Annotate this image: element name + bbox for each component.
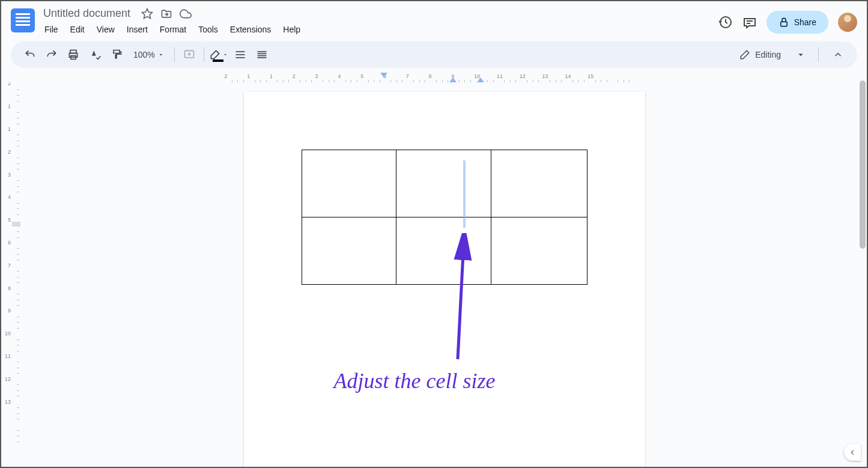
chevron-down-icon: [795, 49, 806, 60]
separator: [818, 47, 819, 62]
table-cell[interactable]: [396, 217, 491, 285]
mode-label: Editing: [755, 50, 781, 59]
scrollbar-thumb[interactable]: [860, 81, 866, 249]
table-cell[interactable]: [396, 150, 491, 217]
comments-icon[interactable]: [742, 15, 757, 29]
chevron-down-icon: [222, 52, 228, 58]
document-table[interactable]: [302, 150, 587, 285]
zoom-selector[interactable]: 100%: [129, 47, 169, 62]
share-button[interactable]: Share: [766, 11, 828, 34]
border-button-1[interactable]: [231, 45, 250, 64]
table-row[interactable]: [302, 150, 587, 217]
menu-edit[interactable]: Edit: [65, 22, 90, 37]
add-comment-button[interactable]: [180, 45, 199, 64]
svg-rect-9: [235, 54, 244, 55]
cloud-status-icon[interactable]: [180, 8, 192, 20]
svg-rect-11: [257, 51, 266, 52]
menu-bar: File Edit View Insert Format Tools Exten…: [40, 22, 718, 37]
menu-view[interactable]: View: [92, 22, 120, 37]
separator: [204, 47, 204, 62]
page[interactable]: Adjust the cell size: [244, 92, 645, 467]
chevron-down-icon: [157, 51, 165, 58]
editor-area: 2112345678910111213: [1, 82, 867, 467]
toolbar: 100% Editing: [11, 41, 857, 68]
menu-insert[interactable]: Insert: [122, 22, 153, 37]
history-icon[interactable]: [718, 15, 733, 29]
lock-icon: [778, 17, 789, 28]
pencil-icon: [739, 49, 750, 60]
svg-rect-8: [235, 51, 244, 52]
svg-rect-3: [780, 22, 787, 26]
separator: [174, 47, 175, 62]
editing-mode-button[interactable]: Editing: [732, 46, 813, 64]
menu-extensions[interactable]: Extensions: [225, 22, 276, 37]
svg-rect-14: [257, 57, 266, 58]
table-cell[interactable]: [302, 150, 396, 217]
print-button[interactable]: [64, 45, 83, 64]
horizontal-ruler[interactable]: 21123456789101112131415: [22, 73, 867, 82]
table-row[interactable]: [302, 217, 587, 285]
svg-rect-13: [257, 55, 266, 56]
svg-rect-10: [235, 57, 244, 58]
annotation-text: Adjust the cell size: [334, 368, 496, 394]
title-row: Untitled document: [40, 6, 718, 21]
highlight-color-button[interactable]: [209, 45, 228, 64]
menu-format[interactable]: Format: [155, 22, 191, 37]
user-avatar[interactable]: [838, 13, 857, 32]
document-title[interactable]: Untitled document: [40, 6, 134, 21]
redo-button[interactable]: [42, 45, 61, 64]
menu-tools[interactable]: Tools: [193, 22, 223, 37]
menu-file[interactable]: File: [40, 22, 63, 37]
column-resize-handle[interactable]: [463, 160, 466, 228]
color-swatch: [213, 59, 223, 62]
share-label: Share: [794, 17, 816, 27]
app-header: Untitled document File Edit View Insert …: [1, 1, 867, 37]
header-actions: Share: [718, 6, 857, 34]
undo-button[interactable]: [20, 45, 40, 64]
svg-rect-12: [257, 53, 266, 55]
collapse-toolbar-button[interactable]: [828, 45, 848, 64]
app-window: Untitled document File Edit View Insert …: [0, 0, 868, 468]
border-button-2[interactable]: [252, 45, 272, 64]
document-canvas[interactable]: Adjust the cell size: [22, 82, 867, 467]
explore-button[interactable]: [844, 444, 861, 461]
menu-help[interactable]: Help: [278, 22, 305, 37]
spellcheck-button[interactable]: [85, 45, 105, 64]
table-cell[interactable]: [491, 217, 587, 285]
vertical-ruler[interactable]: 2112345678910111213: [1, 82, 22, 467]
docs-logo-icon[interactable]: [11, 8, 35, 32]
move-icon[interactable]: [160, 8, 172, 20]
table-cell[interactable]: [302, 217, 396, 285]
vertical-scrollbar[interactable]: [858, 81, 867, 467]
svg-marker-0: [142, 8, 153, 18]
zoom-value: 100%: [133, 50, 155, 59]
title-menu-area: Untitled document File Edit View Insert …: [40, 6, 718, 37]
paint-format-button[interactable]: [107, 45, 126, 64]
star-icon[interactable]: [141, 8, 153, 20]
table-cell[interactable]: [491, 150, 587, 217]
